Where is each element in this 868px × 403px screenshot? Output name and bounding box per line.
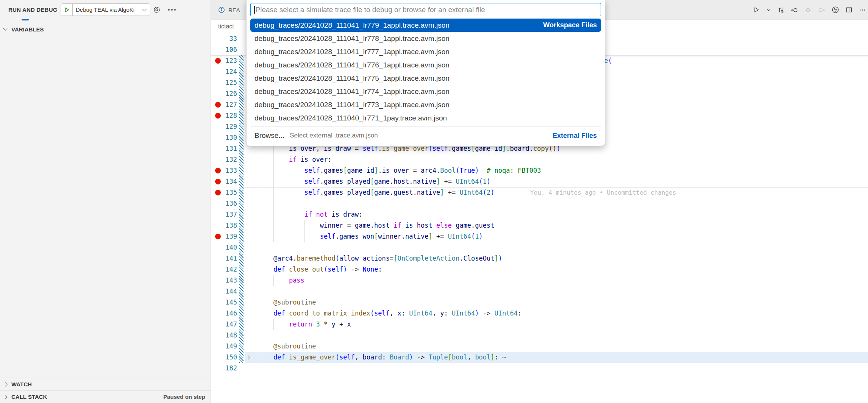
code-line: 133 self.games[game_id].is_over = arc4.B…: [211, 165, 868, 176]
sidebar-title: RUN AND DEBUG: [8, 0, 58, 20]
line-number[interactable]: 136: [211, 198, 237, 209]
line-number[interactable]: 131: [211, 143, 237, 154]
line-number[interactable]: 150: [211, 352, 237, 363]
code-line: 137 if not is_draw:: [211, 209, 868, 220]
code-line: 149 @subroutine: [211, 341, 868, 352]
external-files-group-label: External Files: [553, 132, 597, 140]
code-text: return 3 * y + x: [258, 319, 351, 330]
code-line: 143 pass: [211, 275, 868, 286]
breakpoint-dot[interactable]: [215, 168, 221, 173]
breakpoint-dot[interactable]: [215, 179, 221, 184]
call-stack-section-label: CALL STACK: [11, 394, 47, 400]
indent-guide: [289, 198, 289, 209]
breakpoint-dot[interactable]: [215, 234, 221, 239]
line-number[interactable]: 126: [211, 88, 237, 99]
line-number[interactable]: 138: [211, 220, 237, 231]
workspace-files-group-label: Workspace Files: [543, 21, 597, 29]
line-number[interactable]: 141: [211, 253, 237, 264]
trace-file-option[interactable]: debug_traces/20241028_111041_lr775_1appl…: [250, 72, 601, 85]
code-line: 136: [211, 198, 868, 209]
breakpoint-dot[interactable]: [215, 113, 221, 119]
progress-bar: [22, 19, 29, 20]
line-number[interactable]: 142: [211, 264, 237, 275]
line-number[interactable]: 124: [211, 66, 237, 77]
breakpoint-dot[interactable]: [215, 102, 221, 108]
code-line: 147 return 3 * y + x: [211, 319, 868, 330]
code-text: self.games[game_id].is_over = arc4.Bool(…: [258, 165, 541, 176]
trace-file-option[interactable]: debug_traces/20241028_111041_lr779_1appl…: [250, 19, 601, 32]
code-text: pass: [258, 275, 304, 286]
code-line: 139 self.games_won[winner.native] += UIn…: [211, 231, 868, 242]
code-text: @subroutine: [258, 341, 316, 352]
run-and-debug-sidebar: RUN AND DEBUG Debug TEAL via AlgoKi VARI…: [0, 0, 211, 403]
swap-trace-icon[interactable]: [777, 6, 784, 13]
variables-section-label: VARIABLES: [11, 26, 44, 33]
line-number[interactable]: 144: [211, 286, 237, 297]
chevron-down-icon[interactable]: [142, 6, 147, 11]
line-number[interactable]: 145: [211, 297, 237, 308]
trace-file-name: debug_traces/20241028_111041_lr779_1appl…: [254, 21, 450, 30]
call-stack-section-header[interactable]: CALL STACK Paused on step: [0, 391, 211, 403]
line-number[interactable]: 140: [211, 242, 237, 253]
debug-launch-control[interactable]: Debug TEAL via AlgoKi: [61, 3, 150, 16]
text-caret: [254, 6, 255, 14]
vscode-window: RUN AND DEBUG Debug TEAL via AlgoKi VARI…: [0, 0, 868, 403]
trace-file-name: debug_traces/20241028_111041_lr774_1appl…: [254, 87, 450, 96]
code-text: @subroutine: [258, 297, 316, 308]
run-button[interactable]: [753, 6, 760, 13]
line-number[interactable]: 146: [211, 308, 237, 319]
code-text: @arc4.baremethod(allow_actions=[OnComple…: [258, 253, 502, 264]
modified-lines-hatch-decoration: [239, 55, 244, 363]
debug-status-badge: Paused on step: [163, 394, 211, 400]
trace-file-option[interactable]: debug_traces/20241028_111040_lr771_1pay.…: [250, 111, 601, 125]
line-number[interactable]: 130: [211, 132, 237, 143]
line-number[interactable]: 182: [211, 363, 237, 374]
start-debug-play-icon[interactable]: [61, 4, 73, 16]
trace-file-option[interactable]: debug_traces/20241028_111041_lr778_1appl…: [250, 32, 601, 45]
trace-file-option[interactable]: debug_traces/20241028_111041_lr776_1appl…: [250, 58, 601, 72]
play-icon: [64, 7, 70, 13]
trace-graph-button[interactable]: [832, 6, 839, 14]
code-line: 138 winner = game.host if is_host else g…: [211, 220, 868, 231]
run-dropdown-chevron[interactable]: [766, 8, 771, 12]
indent-guide: [273, 198, 274, 209]
line-number[interactable]: 125: [211, 77, 237, 88]
code-text: self.games_played[game.guest.native] += …: [258, 187, 495, 198]
indent-guide: [258, 198, 258, 209]
trace-file-option[interactable]: debug_traces/20241028_111041_lr773_1appl…: [250, 98, 601, 111]
quickpick-input[interactable]: Please select a simulate trace file to d…: [250, 3, 601, 16]
breakpoint-dot[interactable]: [215, 190, 221, 195]
chevron-right-icon: [3, 382, 7, 386]
more-actions-button[interactable]: [859, 6, 866, 13]
info-icon: [218, 6, 225, 13]
gear-icon[interactable]: [153, 6, 161, 14]
browse-external-option[interactable]: Browse... Select external .trace.avm.jso…: [250, 129, 601, 142]
code-line: 135 self.games_played[game.guest.native]…: [211, 187, 868, 198]
watch-section-header[interactable]: WATCH: [0, 378, 211, 391]
more-actions-icon[interactable]: [168, 9, 176, 11]
step-back-button[interactable]: [791, 6, 798, 14]
debug-config-label[interactable]: Debug TEAL via AlgoKi: [73, 6, 143, 13]
trace-file-option[interactable]: debug_traces/20241028_111041_lr777_1appl…: [250, 45, 601, 58]
step-current-button: [804, 6, 812, 14]
line-number[interactable]: 129: [211, 121, 237, 132]
trace-file-name: debug_traces/20241028_111041_lr773_1appl…: [254, 101, 450, 109]
line-number[interactable]: 149: [211, 341, 237, 352]
variables-section-header[interactable]: VARIABLES: [0, 23, 211, 36]
code-line: 141 @arc4.baremethod(allow_actions=[OnCo…: [211, 253, 868, 264]
breakpoint-dot[interactable]: [215, 58, 221, 64]
line-number[interactable]: 106: [211, 44, 237, 55]
trace-file-option[interactable]: debug_traces/20241028_111041_lr774_1appl…: [250, 85, 601, 98]
line-number[interactable]: 148: [211, 330, 237, 341]
line-number[interactable]: 147: [211, 319, 237, 330]
editor-tab[interactable]: REA: [211, 0, 247, 20]
step-forward-button: [818, 6, 825, 14]
line-number[interactable]: 137: [211, 209, 237, 220]
trace-file-name: debug_traces/20241028_111040_lr771_1pay.…: [254, 114, 447, 122]
code-text: self.games_won[winner.native] += UInt64(…: [258, 231, 483, 242]
line-number[interactable]: 33: [211, 33, 237, 44]
split-editor-button[interactable]: [846, 6, 852, 13]
code-line: 140: [211, 242, 868, 253]
line-number[interactable]: 143: [211, 275, 237, 286]
line-number[interactable]: 132: [211, 154, 237, 165]
